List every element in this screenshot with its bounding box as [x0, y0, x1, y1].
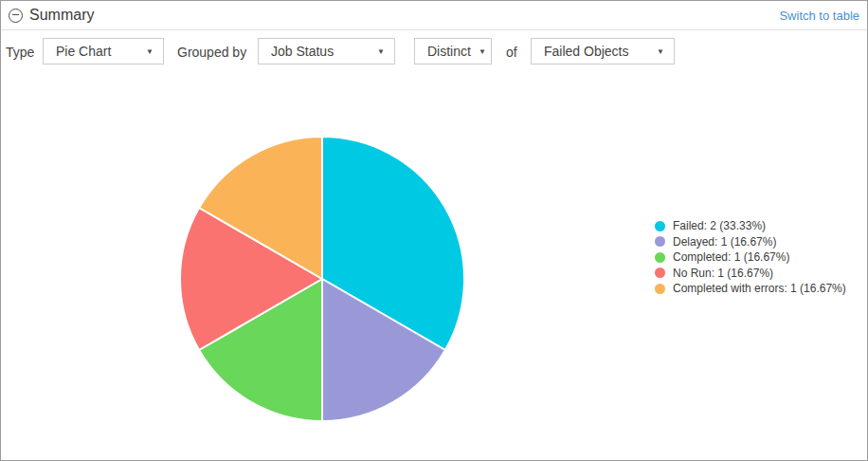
legend-label: Completed: 1 (16.67%) — [673, 250, 789, 264]
panel-title: Summary — [29, 7, 94, 24]
legend-item: No Run: 1 (16.67%) — [655, 266, 846, 282]
chart-type-value: Pie Chart — [56, 44, 111, 59]
legend-color-dot — [655, 221, 665, 231]
aggregate-select[interactable]: Distinct ▼ — [414, 38, 492, 65]
chevron-down-icon: ▼ — [657, 47, 664, 56]
grouped-by-select[interactable]: Job Status ▼ — [258, 38, 395, 65]
grouped-by-label: Grouped by — [177, 45, 246, 60]
legend-color-dot — [655, 236, 665, 247]
chevron-down-icon: ▼ — [479, 47, 486, 56]
legend-item: Completed with errors: 1 (16.67%) — [655, 281, 846, 297]
of-label: of — [506, 45, 517, 60]
panel-header: Summary Switch to table — [1, 1, 867, 30]
legend-color-dot — [655, 252, 665, 263]
grouped-by-value: Job Status — [271, 44, 334, 59]
field-select[interactable]: Failed Objects ▼ — [531, 38, 675, 65]
legend-item: Completed: 1 (16.67%) — [655, 249, 846, 266]
chart-legend: Failed: 2 (33.33%)Delayed: 1 (16.67%)Com… — [655, 218, 846, 297]
legend-label: Completed with errors: 1 (16.67%) — [673, 282, 846, 295]
aggregate-value: Distinct — [427, 44, 471, 59]
legend-color-dot — [655, 284, 665, 294]
type-label: Type — [6, 45, 34, 60]
chevron-down-icon: ▼ — [377, 47, 385, 56]
field-value: Failed Objects — [544, 44, 628, 59]
summary-panel: Summary Switch to table Type Pie Chart ▼… — [0, 0, 868, 461]
legend-item: Delayed: 1 (16.67%) — [655, 234, 846, 250]
legend-color-dot — [655, 267, 665, 278]
legend-item: Failed: 2 (33.33%) — [655, 218, 846, 234]
pie-chart — [178, 135, 466, 423]
switch-to-table-link[interactable]: Switch to table — [779, 9, 859, 23]
chart-type-select[interactable]: Pie Chart ▼ — [43, 38, 164, 65]
legend-label: No Run: 1 (16.67%) — [673, 267, 773, 280]
legend-label: Failed: 2 (33.33%) — [673, 219, 766, 232]
legend-label: Delayed: 1 (16.67%) — [673, 235, 776, 249]
chevron-down-icon: ▼ — [146, 47, 154, 56]
collapse-icon[interactable] — [9, 9, 23, 23]
